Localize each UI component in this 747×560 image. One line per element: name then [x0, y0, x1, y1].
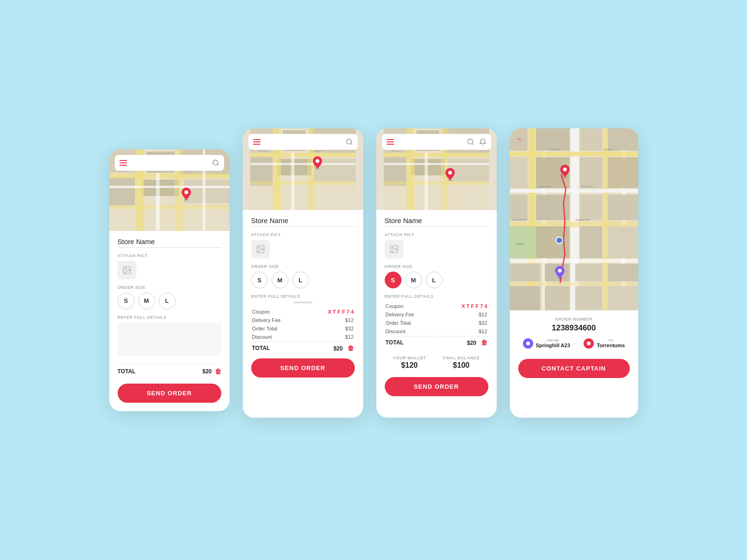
phone2-size-m[interactable]: M — [272, 272, 289, 288]
svg-rect-79 — [510, 157, 528, 188]
phone1-store-name[interactable] — [118, 238, 221, 248]
svg-rect-96 — [510, 286, 540, 310]
svg-rect-95 — [608, 264, 638, 281]
phone1-send-button[interactable]: SEND ORDER — [118, 384, 221, 403]
svg-rect-4 — [109, 177, 135, 205]
svg-line-61 — [472, 143, 473, 145]
phone3-size-options: S M L — [385, 272, 488, 288]
phone3-size-m[interactable]: M — [405, 272, 422, 288]
svg-rect-48 — [384, 157, 406, 185]
phone3-wallet-value: $120 — [393, 361, 426, 370]
phone1-attach-box[interactable] — [118, 261, 136, 280]
svg-rect-77 — [580, 128, 602, 151]
phone3-wallet-item: YOUR WALLET $120 — [393, 356, 426, 370]
hamburger-icon[interactable] — [120, 160, 127, 166]
phone4-from-info: FROM Springhill A23 — [536, 338, 571, 348]
phone3-order-total-label: Order Total — [386, 319, 439, 327]
phone4-from-label: FROM — [536, 338, 571, 343]
phone3-bell-icon[interactable] — [479, 138, 486, 146]
svg-rect-88 — [608, 195, 638, 220]
phone1-attach-label: ATTACH PICT — [118, 253, 221, 258]
phone3-map-pin — [445, 168, 455, 181]
phone3-order-summary: Coupon X T F F 7 4 Delivery Fee $12 Orde… — [385, 301, 488, 348]
phone4-to-point: TO Torrentums — [584, 338, 625, 349]
svg-rect-31 — [250, 153, 356, 157]
size-l[interactable]: L — [159, 293, 176, 309]
svg-point-19 — [213, 160, 218, 165]
phone3-size-s[interactable]: S — [385, 272, 402, 288]
svg-rect-54 — [384, 182, 489, 185]
phone4-from-pin-icon — [523, 338, 533, 349]
phone4-to-label: TO — [597, 338, 625, 343]
svg-rect-55 — [384, 163, 489, 165]
phone2-store-name[interactable] — [251, 217, 355, 227]
phone3-store-name[interactable] — [385, 217, 488, 227]
phone4-contact-button[interactable]: CONTACT CAPTAIN — [518, 359, 630, 378]
svg-rect-90 — [580, 226, 602, 258]
search-icon[interactable] — [212, 159, 219, 167]
svg-text:Emmett Ln: Emmett Ln — [582, 185, 593, 188]
phone1-trash-icon[interactable]: 🗑 — [215, 368, 221, 375]
phone4-dest-pin — [560, 165, 570, 178]
phone4-to-pin — [555, 266, 564, 279]
phone3-search-icon[interactable] — [467, 138, 474, 146]
phone3-hamburger-icon[interactable] — [387, 139, 394, 145]
svg-rect-74 — [510, 282, 638, 285]
phone2-send-button[interactable]: SEND ORDER — [251, 358, 355, 378]
phone2-order-size-label: ORDER SIZE — [251, 264, 355, 269]
phone2-total-label: TOTAL — [252, 342, 305, 353]
phone2-search-icon[interactable] — [345, 138, 353, 146]
svg-text:Market St: Market St — [258, 150, 267, 152]
phone3-header-bar — [382, 134, 491, 150]
svg-rect-81 — [580, 157, 602, 188]
svg-rect-27 — [250, 157, 273, 185]
phone3-send-button[interactable]: SEND ORDER — [385, 377, 488, 396]
phone2-scroll-hint — [294, 301, 312, 303]
phone2-attach-box[interactable] — [251, 240, 270, 259]
phone2-hamburger-icon[interactable] — [253, 139, 261, 145]
phone2-size-l[interactable]: L — [292, 272, 309, 288]
svg-rect-85 — [510, 226, 538, 258]
size-s[interactable]: S — [118, 293, 134, 309]
phone4-back-arrow[interactable]: ← — [516, 135, 524, 143]
phone2-map-pin — [313, 156, 322, 169]
svg-text:Hazlebank Rd: Hazlebank Rd — [575, 218, 590, 221]
svg-rect-34 — [250, 163, 356, 165]
phone3-attach-box[interactable] — [385, 240, 403, 259]
svg-rect-33 — [250, 182, 356, 185]
phone4-to-value: Torrentums — [597, 343, 625, 348]
phone2-size-s[interactable]: S — [251, 272, 268, 288]
phone1-details-textarea[interactable] — [118, 322, 221, 356]
phone2-size-options: S M L — [251, 272, 355, 288]
phone3-trash-icon[interactable]: 🗑 — [481, 339, 487, 346]
svg-point-43 — [258, 247, 260, 249]
phone3-map: Market St — [376, 128, 497, 210]
svg-rect-92 — [510, 264, 540, 281]
svg-rect-82 — [608, 157, 638, 188]
phone3-wallet-label: YOUR WALLET — [393, 356, 426, 360]
size-m[interactable]: M — [138, 293, 155, 309]
phone4-to-pin-icon — [584, 338, 594, 349]
phone2-trash-icon[interactable]: 🗑 — [347, 344, 354, 352]
phone1-total-bar: TOTAL $20 🗑 — [118, 364, 221, 379]
svg-rect-98 — [575, 286, 602, 310]
phone3-delivery-fee-label: Delivery Fee — [386, 311, 439, 318]
phone1-size-options: S M L — [118, 293, 221, 309]
phone2-order-summary: Coupon X T F F 7 4 Delivery Fee $12 Orde… — [251, 307, 355, 354]
phone4-to-info: TO Torrentums — [597, 338, 625, 348]
svg-rect-71 — [510, 189, 638, 193]
phone3-attach-label: ATTACH PICT — [385, 232, 488, 237]
phone3-size-l[interactable]: L — [426, 272, 443, 288]
svg-point-60 — [468, 139, 473, 144]
svg-rect-73 — [510, 259, 638, 263]
phone4-route-row: FROM Springhill A23 TO Torrentums — [518, 338, 630, 349]
svg-text:Hayberry Rd: Hayberry Rd — [538, 185, 551, 188]
phone2-content: ATTACH PICT ORDER SIZE S M L ENTER FULL … — [243, 210, 363, 386]
phone2-details-label: ENTER FULL DETAILS — [251, 294, 355, 299]
phone3-discount-label: Discount — [386, 328, 439, 335]
phone3-final-balance-label: FINAL BALANCE — [443, 356, 479, 360]
phone4-map: Park Falcon St Falcon Ln Hayberry Rd Emm… — [510, 128, 638, 310]
svg-rect-94 — [575, 264, 602, 281]
phone1-header-bar — [115, 155, 224, 171]
phone3-delivery-fee: $12 — [440, 311, 487, 318]
